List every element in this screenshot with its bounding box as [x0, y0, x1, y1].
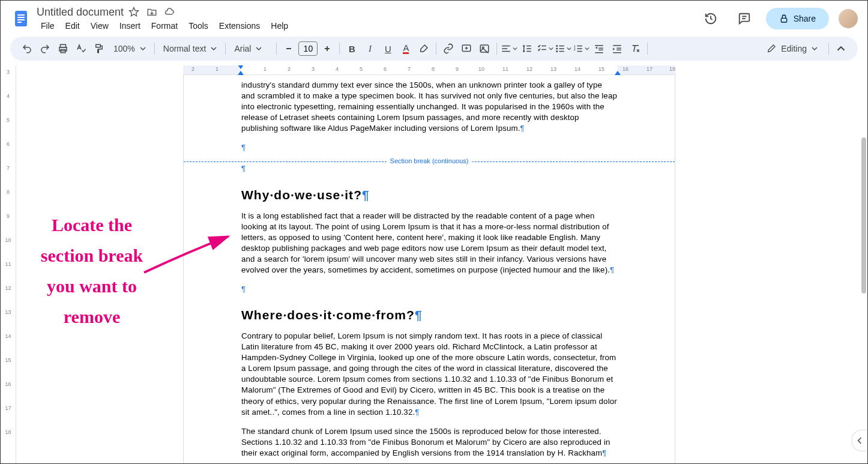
paragraph[interactable]: The standard chunk of Lorem Ipsum used s…: [241, 426, 617, 459]
svg-rect-41: [595, 45, 604, 46]
pilcrow-icon: ¶: [241, 143, 246, 152]
checklist-button[interactable]: [537, 40, 553, 57]
vertical-scrollbar-thumb[interactable]: [861, 137, 866, 294]
account-avatar[interactable]: [839, 9, 858, 28]
clear-formatting-button[interactable]: [627, 40, 643, 57]
font-size-decrease-button[interactable]: [280, 40, 297, 57]
svg-marker-5: [130, 8, 139, 16]
menu-file[interactable]: File: [37, 20, 59, 32]
insert-link-button[interactable]: [440, 40, 457, 57]
zoom-dropdown[interactable]: 100%: [109, 44, 151, 53]
menu-help[interactable]: Help: [267, 20, 292, 32]
docs-logo[interactable]: [10, 8, 32, 29]
section-break-marker[interactable]: Section break (continuous): [184, 161, 675, 162]
first-line-indent-marker[interactable]: [238, 65, 244, 69]
document-page[interactable]: industry's standard dummy text ever sinc…: [183, 75, 675, 463]
svg-rect-45: [613, 45, 622, 46]
pilcrow-icon: ¶: [415, 408, 419, 417]
underline-button[interactable]: U: [379, 40, 396, 57]
vertical-ruler: 3 4 5 6 7 8 9 10 11 12 13 14 15 16 17 18: [1, 65, 16, 463]
redo-button[interactable]: [37, 40, 53, 57]
undo-button[interactable]: [19, 40, 35, 57]
align-button[interactable]: [501, 40, 517, 57]
font-size-input[interactable]: 10: [298, 41, 318, 56]
format-paint-button[interactable]: [91, 40, 107, 57]
side-panel-toggle[interactable]: [852, 430, 866, 451]
svg-rect-48: [613, 52, 622, 53]
svg-rect-1: [17, 14, 25, 16]
pilcrow-icon: ¶: [610, 265, 614, 274]
svg-rect-3: [17, 19, 25, 20]
bold-button[interactable]: B: [343, 40, 360, 57]
paragraph[interactable]: It is a long established fact that a rea…: [241, 211, 617, 276]
svg-rect-34: [559, 48, 564, 49]
menu-bar: File Edit View Insert Format Tools Exten…: [37, 20, 694, 32]
svg-rect-23: [502, 48, 508, 49]
menu-tools[interactable]: Tools: [184, 20, 212, 32]
horizontal-ruler[interactable]: 2 1 1 2 3 4 5 6 7 8 9 10 11 12 13 14 15 …: [183, 65, 675, 75]
document-canvas[interactable]: 2 1 1 2 3 4 5 6 7 8 9 10 11 12 13 14 15 …: [16, 65, 867, 463]
move-icon[interactable]: [146, 7, 157, 17]
insert-image-button[interactable]: [476, 40, 493, 57]
highlight-color-button[interactable]: [415, 40, 432, 57]
pilcrow-icon: ¶: [415, 308, 422, 322]
font-size-increase-button[interactable]: [319, 40, 336, 57]
editing-mode-dropdown[interactable]: Editing: [759, 40, 825, 57]
italic-button[interactable]: I: [361, 40, 378, 57]
menu-format[interactable]: Format: [147, 20, 182, 32]
svg-rect-20: [481, 45, 489, 52]
bulleted-list-button[interactable]: [555, 40, 571, 57]
print-button[interactable]: [55, 40, 71, 57]
star-icon[interactable]: [128, 7, 139, 17]
empty-paragraph[interactable]: ¶: [241, 163, 617, 174]
comments-icon[interactable]: [732, 7, 756, 31]
document-title[interactable]: Untitled document: [37, 6, 124, 19]
right-indent-marker[interactable]: [615, 71, 621, 75]
decrease-indent-button[interactable]: [591, 40, 607, 57]
history-icon[interactable]: [699, 7, 723, 31]
add-comment-button[interactable]: [458, 40, 475, 57]
svg-point-32: [556, 50, 558, 52]
share-button[interactable]: Share: [766, 8, 829, 29]
numbered-list-button[interactable]: 12: [573, 40, 589, 57]
paragraph[interactable]: Contrary to popular belief, Lorem Ipsum …: [241, 331, 617, 418]
text-color-button[interactable]: A: [397, 40, 414, 57]
svg-text:2: 2: [574, 47, 576, 51]
left-indent-marker[interactable]: [238, 71, 244, 75]
paragraph[interactable]: industry's standard dummy text ever sinc…: [241, 80, 617, 134]
pilcrow-icon: ¶: [520, 124, 525, 133]
svg-rect-38: [577, 46, 582, 47]
menu-edit[interactable]: Edit: [61, 20, 84, 32]
heading[interactable]: Why·do·we·use·it?¶: [241, 188, 617, 202]
pilcrow-icon: ¶: [241, 285, 246, 294]
menu-view[interactable]: View: [86, 20, 113, 32]
menu-extensions[interactable]: Extensions: [215, 20, 264, 32]
toolbar: 100% Normal text Arial 10 B I U A 12 Edi…: [10, 37, 858, 61]
svg-rect-39: [577, 48, 582, 49]
empty-paragraph[interactable]: ¶: [241, 142, 617, 153]
svg-rect-22: [502, 46, 511, 47]
cloud-status-icon[interactable]: [164, 7, 175, 17]
svg-rect-40: [577, 51, 582, 52]
svg-rect-2: [17, 17, 25, 18]
svg-rect-35: [559, 51, 564, 52]
svg-rect-4: [17, 22, 22, 23]
pilcrow-icon: ¶: [362, 188, 369, 202]
increase-indent-button[interactable]: [609, 40, 625, 57]
svg-rect-47: [617, 50, 622, 51]
svg-rect-43: [599, 50, 604, 51]
svg-rect-42: [599, 48, 604, 49]
svg-point-30: [556, 45, 558, 47]
title-bar: Untitled document File Edit View Insert …: [1, 1, 867, 37]
svg-rect-46: [617, 48, 622, 49]
paragraph-style-dropdown[interactable]: Normal text: [158, 44, 222, 53]
empty-paragraph[interactable]: ¶: [241, 284, 617, 295]
svg-rect-44: [595, 52, 604, 53]
spellcheck-button[interactable]: [73, 40, 89, 57]
line-spacing-button[interactable]: [519, 40, 535, 57]
pilcrow-icon: ¶: [241, 164, 246, 173]
menu-insert[interactable]: Insert: [115, 20, 145, 32]
heading[interactable]: Where·does·it·come·from?¶: [241, 308, 617, 322]
hide-menus-button[interactable]: [833, 40, 849, 57]
font-dropdown[interactable]: Arial: [229, 44, 273, 53]
